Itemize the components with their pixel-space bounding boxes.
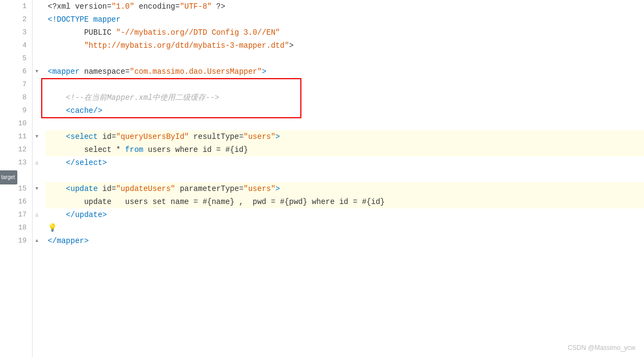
code-token bbox=[48, 158, 66, 167]
code-token: "queryUsersById" bbox=[116, 132, 189, 141]
fold-icon-19[interactable]: ▲ bbox=[33, 234, 41, 247]
fold-icon-5 bbox=[33, 52, 41, 65]
line-number-3: 3 bbox=[0, 26, 32, 39]
fold-icon-15[interactable]: ▼ bbox=[33, 182, 41, 195]
code-token: <cache/> bbox=[66, 106, 102, 115]
code-token: <?xml version= bbox=[48, 2, 112, 11]
code-token: "http://mybatis.org/dtd/mybatis-3-mapper… bbox=[84, 41, 289, 50]
code-token: ?> bbox=[211, 2, 225, 11]
fold-icon-11[interactable]: ▼ bbox=[33, 130, 41, 143]
fold-icon-13[interactable]: △ bbox=[33, 156, 41, 169]
line-number-9: 9 bbox=[0, 104, 32, 117]
fold-icon-4 bbox=[33, 39, 41, 52]
fold-icon-14 bbox=[33, 169, 41, 182]
code-line-10 bbox=[46, 117, 644, 130]
code-line-18: 💡 bbox=[46, 221, 644, 234]
code-line-15: <update id="updateUsers" parameterType="… bbox=[46, 182, 644, 195]
code-token: "com.massimo.dao.UsersMapper" bbox=[130, 67, 262, 76]
fold-icon-3 bbox=[33, 26, 41, 39]
code-token: id= bbox=[98, 132, 116, 141]
editor: 12345678910111213target1516171819 ▼▼△▼△▲… bbox=[0, 0, 644, 357]
code-token: > bbox=[289, 41, 293, 50]
line-number-8: 8 bbox=[0, 91, 32, 104]
line-number-11: 11 bbox=[0, 130, 32, 143]
line-number-16: 16 bbox=[0, 195, 32, 208]
code-token: > bbox=[262, 67, 266, 76]
code-token: update users set name = #{name} , pwd = … bbox=[48, 197, 385, 206]
code-line-5 bbox=[46, 52, 644, 65]
code-token bbox=[48, 184, 66, 193]
code-token: "-//mybatis.org//DTD Config 3.0//EN" bbox=[116, 28, 280, 37]
line-number-4: 4 bbox=[0, 39, 32, 52]
code-token: "users" bbox=[243, 132, 275, 141]
fold-icon-7 bbox=[33, 78, 41, 91]
code-token: <!--在当前Mapper.xml中使用二级缓存--> bbox=[48, 93, 219, 102]
code-line-19: </mapper> bbox=[46, 234, 644, 247]
code-token: </update> bbox=[48, 211, 107, 219]
code-token bbox=[48, 41, 84, 50]
code-line-14 bbox=[46, 169, 644, 182]
code-token: <!DOCTYPE mapper bbox=[48, 15, 120, 24]
code-token: </select> bbox=[66, 158, 107, 167]
code-token: > bbox=[275, 132, 280, 141]
line-number-15: 15 bbox=[0, 182, 32, 195]
fold-gutter: ▼▼△▼△▲ bbox=[33, 0, 41, 357]
fold-icon-6[interactable]: ▼ bbox=[33, 65, 41, 78]
code-token: id= bbox=[98, 184, 116, 193]
code-line-17: </update> bbox=[46, 208, 644, 221]
code-line-9: <cache/> bbox=[46, 104, 644, 117]
code-token: "1.0" bbox=[112, 2, 134, 11]
code-line-1: <?xml version="1.0" encoding="UTF-8" ?> bbox=[46, 0, 644, 13]
fold-icon-2 bbox=[33, 13, 41, 26]
code-line-16: update users set name = #{name} , pwd = … bbox=[46, 195, 644, 208]
code-area: <?xml version="1.0" encoding="UTF-8" ?><… bbox=[41, 0, 644, 357]
code-token: PUBLIC bbox=[48, 28, 116, 37]
code-token bbox=[48, 106, 66, 115]
code-token: select bbox=[70, 132, 98, 141]
line-number-13: 13 bbox=[0, 156, 32, 169]
fold-icon-17[interactable]: △ bbox=[33, 208, 41, 221]
code-token: > bbox=[275, 184, 280, 193]
line-number-19: 19 bbox=[0, 234, 32, 247]
line-number-17: 17 bbox=[0, 208, 32, 221]
line-number-10: 10 bbox=[0, 117, 32, 130]
line-number-14: target bbox=[0, 169, 32, 182]
fold-icon-8 bbox=[33, 91, 41, 104]
code-token: mapper bbox=[52, 67, 79, 76]
line-numbers: 12345678910111213target1516171819 bbox=[0, 0, 33, 357]
line-number-12: 12 bbox=[0, 143, 32, 156]
code-line-8: <!--在当前Mapper.xml中使用二级缓存--> bbox=[46, 91, 644, 104]
code-line-13: </select> bbox=[46, 156, 644, 169]
watermark: CSDN @Massimo_ycw bbox=[568, 344, 635, 352]
line-number-5: 5 bbox=[0, 52, 32, 65]
code-token: "updateUsers" bbox=[116, 184, 175, 193]
line-number-6: 6 bbox=[0, 65, 32, 78]
fold-icon-18 bbox=[33, 221, 41, 234]
line-number-18: 18 bbox=[0, 221, 32, 234]
line-number-1: 1 bbox=[0, 0, 32, 13]
code-line-11: <select id="queryUsersById" resultType="… bbox=[46, 130, 644, 143]
code-token: parameterType= bbox=[175, 184, 243, 193]
code-token: namespace= bbox=[80, 67, 130, 76]
code-token: < bbox=[66, 132, 70, 141]
code-line-2: <!DOCTYPE mapper bbox=[46, 13, 644, 26]
code-line-4: "http://mybatis.org/dtd/mybatis-3-mapper… bbox=[46, 39, 644, 52]
code-line-7 bbox=[46, 78, 644, 91]
line-number-2: 2 bbox=[0, 13, 32, 26]
code-token: </mapper> bbox=[48, 237, 89, 245]
code-token: users where id = #{id} bbox=[143, 145, 248, 154]
code-token: resultType= bbox=[189, 132, 243, 141]
code-line-3: PUBLIC "-//mybatis.org//DTD Config 3.0//… bbox=[46, 26, 644, 39]
code-token: update bbox=[70, 184, 98, 193]
fold-icon-16 bbox=[33, 195, 41, 208]
fold-icon-9 bbox=[33, 104, 41, 117]
code-token: encoding= bbox=[134, 2, 180, 11]
code-token: < bbox=[66, 184, 70, 193]
code-token: select * bbox=[48, 145, 125, 154]
code-token: from bbox=[125, 145, 144, 154]
code-token bbox=[48, 132, 66, 141]
line-number-7: 7 bbox=[0, 78, 32, 91]
fold-icon-12 bbox=[33, 143, 41, 156]
code-token: "UTF-8" bbox=[180, 2, 212, 11]
code-line-12: select * from users where id = #{id} bbox=[46, 143, 644, 156]
